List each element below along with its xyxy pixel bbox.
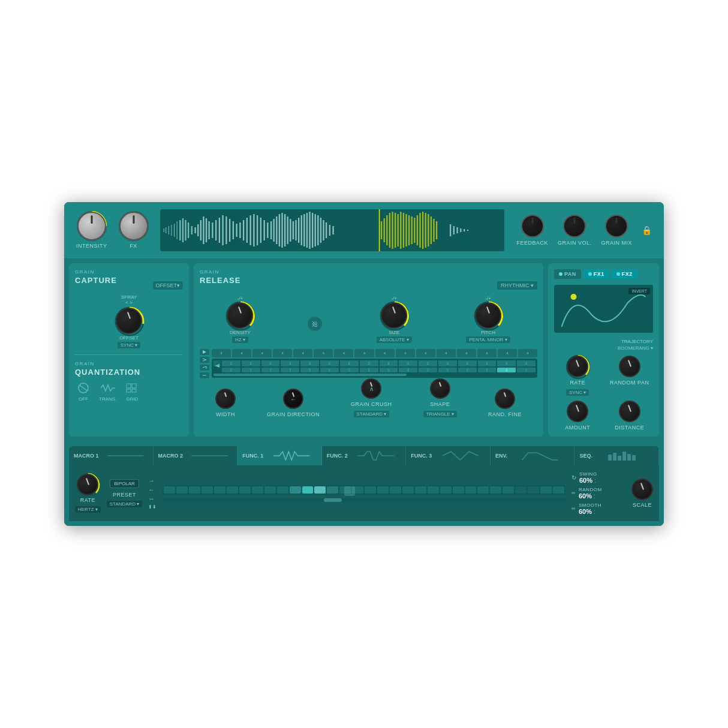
trajectory-value[interactable]: BOOMERANG ▾: [554, 345, 653, 351]
lane1-cell-10[interactable]: [277, 486, 288, 494]
seq-dot-7[interactable]: 1: [340, 368, 359, 372]
seq-cell-r1-16[interactable]: 2: [517, 360, 536, 366]
lane1-cell-25[interactable]: [465, 486, 477, 494]
lane1-cell-20[interactable]: [402, 486, 414, 494]
grain-crush-sub[interactable]: STANDARD ▾: [354, 411, 390, 417]
lane1-cell-4[interactable]: [201, 486, 213, 494]
seq-cell-5[interactable]: 4: [293, 349, 312, 357]
seq-dot-8[interactable]: 1: [360, 368, 378, 372]
macro1-item[interactable]: MACRO 1: [69, 446, 154, 465]
pan-rate-knob[interactable]: [567, 356, 588, 377]
lane1-cell-6[interactable]: [227, 486, 238, 494]
seq-dot-12[interactable]: 1: [438, 368, 457, 372]
seq-scroll-thumb[interactable]: [213, 374, 407, 376]
fx2-tab[interactable]: FX2: [612, 269, 637, 279]
arrow-left-btn[interactable]: ←: [148, 486, 157, 493]
seq-cell-15[interactable]: 4: [498, 349, 517, 357]
seq-cell-r1-6[interactable]: 2: [320, 360, 339, 366]
seq-cell-13[interactable]: 4: [457, 349, 476, 357]
seq-cell-r1-15[interactable]: 2: [497, 360, 516, 366]
grain-dir-knob[interactable]: ←: [283, 389, 303, 409]
link-icon[interactable]: ⛓: [308, 317, 322, 331]
func2-item[interactable]: FUNC. 2: [322, 446, 407, 465]
env-item[interactable]: ENV.: [491, 446, 575, 465]
lane1-cell-29[interactable]: [515, 486, 527, 494]
seq-cell-11[interactable]: 4: [416, 349, 435, 357]
smooth-val[interactable]: 60%: [579, 508, 592, 515]
pan-tab[interactable]: PAN: [554, 269, 581, 279]
lane1-cell-5[interactable]: [214, 486, 225, 494]
scale-knob[interactable]: [631, 479, 653, 500]
seq-cell-10[interactable]: 4: [396, 349, 415, 357]
seq-cell-r1-1[interactable]: 2: [222, 360, 240, 366]
shape-sub[interactable]: TRIANGLE ▾: [423, 411, 457, 417]
lane1-cell-11-mid[interactable]: [290, 486, 301, 494]
seq-dot-3[interactable]: 1: [261, 368, 280, 372]
seq-item[interactable]: SEQ.: [574, 446, 659, 465]
density-sub[interactable]: HZ ▾: [232, 336, 248, 343]
lane1-cell-12-lit[interactable]: [302, 486, 314, 494]
size-knob[interactable]: [381, 302, 407, 329]
seq-cell-r1-2[interactable]: 2: [242, 360, 260, 366]
waveform-display[interactable]: [160, 209, 505, 251]
seq-dot-4[interactable]: 1: [281, 368, 299, 372]
random-pan-knob[interactable]: [619, 356, 640, 377]
seq-cell-r1-13[interactable]: 2: [458, 360, 477, 366]
intensity-knob[interactable]: [77, 212, 106, 240]
offset-dropdown-btn[interactable]: OFFSET▾: [153, 281, 183, 290]
seq-cell-16[interactable]: 4: [518, 349, 537, 357]
seq-pattern-btn[interactable]: ⬆⬇: [148, 504, 157, 510]
pitch-sub[interactable]: PENTA. MINOR ▾: [466, 336, 510, 343]
grain-vol-knob[interactable]: [563, 215, 586, 237]
seq-cell-r1-7[interactable]: 2: [340, 360, 359, 366]
seq-cell-r1-10[interactable]: 2: [399, 360, 417, 366]
seq-cell-2[interactable]: 4: [232, 349, 251, 357]
seq-cell-r1-5[interactable]: 2: [300, 360, 319, 366]
invert-button[interactable]: INVERT: [628, 288, 650, 294]
width-knob[interactable]: [215, 389, 236, 409]
lane1-cell-30[interactable]: [528, 486, 539, 494]
fx-knob[interactable]: [119, 212, 148, 240]
lane1-cell-27[interactable]: [490, 486, 501, 494]
rate-hertz-dropdown[interactable]: HERTZ ▾: [75, 506, 101, 513]
seq-ctrl-expand[interactable]: [200, 372, 209, 378]
seq-cell-r1-8[interactable]: 2: [360, 360, 378, 366]
pan-display[interactable]: INVERT: [554, 285, 653, 333]
lane1-cell-31[interactable]: [540, 486, 552, 494]
grain-mix-knob[interactable]: [605, 215, 628, 237]
lane1-cell-1[interactable]: [164, 486, 175, 494]
seq-lane-1[interactable]: [163, 485, 565, 495]
pan-rate-sub[interactable]: SYNC ▾: [566, 389, 589, 396]
quant-trans-option[interactable]: TRANS.: [99, 381, 116, 402]
lane1-cell-18[interactable]: [377, 486, 389, 494]
quant-off-option[interactable]: OFF: [75, 381, 92, 402]
pitch-knob[interactable]: [475, 302, 501, 329]
distance-knob[interactable]: [619, 401, 640, 422]
swing-val[interactable]: 60%: [579, 477, 592, 484]
seq-cell-8[interactable]: 4: [354, 349, 374, 357]
seq-ctrl-left[interactable]: [200, 365, 209, 371]
density-knob[interactable]: [227, 302, 253, 329]
seq-cell-r1-9[interactable]: 2: [380, 360, 398, 366]
seq-ctrl-swap[interactable]: [200, 357, 209, 363]
rand-fine-knob[interactable]: [495, 389, 515, 409]
seq-cell-r1-3[interactable]: 2: [261, 360, 280, 366]
lane1-cell-21[interactable]: [415, 486, 426, 494]
seq-cell-r1-11[interactable]: 2: [419, 360, 437, 366]
bipolar-btn[interactable]: BIPOLAR: [110, 479, 139, 488]
lane1-cell-8[interactable]: [252, 486, 263, 494]
quant-grid-option[interactable]: GRID: [124, 381, 140, 402]
seq-dot-16[interactable]: 1: [517, 368, 536, 372]
seq-dot-2[interactable]: 1: [242, 368, 260, 372]
func3-item[interactable]: FUNC. 3: [406, 446, 491, 465]
lane1-cell-7[interactable]: [239, 486, 251, 494]
arrow-right-btn[interactable]: →: [148, 477, 157, 484]
seq-cell-r1-14[interactable]: 2: [478, 360, 497, 366]
seq-dot-14[interactable]: 1: [478, 368, 497, 372]
seq-dot-10[interactable]: 1: [399, 368, 417, 372]
grain-crush-knob[interactable]: ∧: [361, 378, 381, 399]
fx1-tab[interactable]: FX1: [583, 269, 609, 279]
seq-cell-r1-12[interactable]: 2: [438, 360, 457, 366]
lane1-cell-22[interactable]: [428, 486, 439, 494]
seq-cell-6[interactable]: 4: [314, 349, 333, 357]
